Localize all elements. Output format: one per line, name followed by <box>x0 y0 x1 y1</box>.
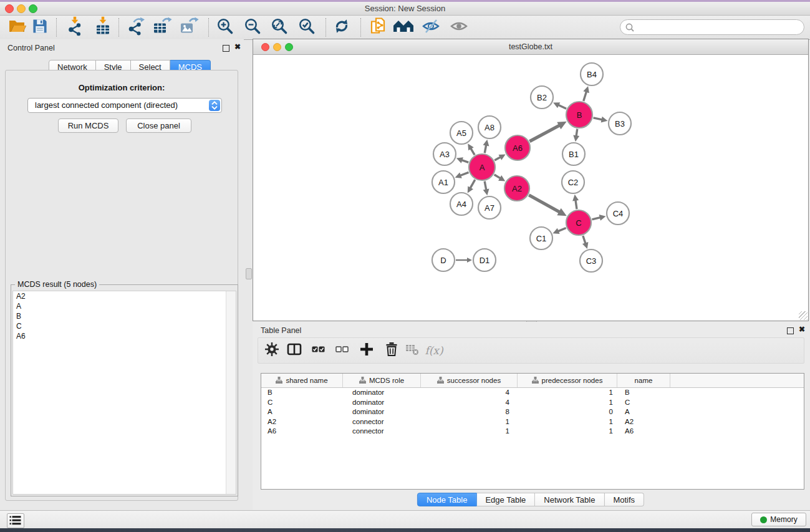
node-B4[interactable]: B4 <box>581 63 603 85</box>
edge-A-A1[interactable] <box>455 172 469 178</box>
export-image-icon[interactable] <box>179 17 199 39</box>
tab-node-table[interactable]: Node Table <box>417 493 477 506</box>
edge-C-C2[interactable] <box>572 195 579 209</box>
node-B[interactable]: B <box>566 102 592 128</box>
node-A[interactable]: A <box>469 154 495 180</box>
node-C2[interactable]: C2 <box>562 171 584 193</box>
run-mcds-button[interactable]: Run MCDS <box>58 118 118 133</box>
close-panel-icon[interactable]: ✖ <box>234 42 241 51</box>
node-A8[interactable]: A8 <box>478 116 501 138</box>
zoom-in-icon[interactable] <box>216 17 234 37</box>
float-panel-icon[interactable] <box>223 45 229 52</box>
edge-A2-C[interactable] <box>529 195 567 216</box>
task-history-button[interactable] <box>7 513 24 528</box>
edge-A-A6[interactable] <box>494 155 505 161</box>
apply-layout-icon[interactable] <box>333 17 350 37</box>
edge-A-A2[interactable] <box>494 175 506 181</box>
tab-motifs[interactable]: Motifs <box>604 493 644 506</box>
edge-C-C4[interactable] <box>592 215 605 221</box>
edge-C-C3[interactable] <box>582 236 589 249</box>
table-body: Bdominator41BCdominator41CAdominator80AA… <box>261 388 804 437</box>
mcds-result-list[interactable]: A2ABCA6 <box>12 291 236 495</box>
mcds-result-item[interactable]: A <box>13 301 236 311</box>
zoom-selected-icon[interactable] <box>298 17 316 37</box>
add-row-plus-icon[interactable] <box>360 343 374 359</box>
table-row[interactable]: A2connector11A2 <box>261 417 804 427</box>
edge-A-A8[interactable] <box>483 140 489 153</box>
column-header-successor-nodes[interactable]: successor nodes <box>421 374 518 387</box>
export-table-icon[interactable] <box>152 17 172 39</box>
delete-row-trash-icon[interactable] <box>385 342 398 359</box>
node-D[interactable]: D <box>432 249 455 271</box>
edge-A6-B[interactable] <box>529 122 566 142</box>
table-row[interactable]: Cdominator41C <box>261 398 804 408</box>
column-settings-gear-icon[interactable] <box>265 342 279 359</box>
memory-button[interactable]: Memory <box>751 513 806 526</box>
edge-A-A5[interactable] <box>468 143 475 155</box>
table-row[interactable]: A6connector11A6 <box>261 427 804 437</box>
edge-C-C1[interactable] <box>552 228 566 234</box>
column-header-predecessor-nodes[interactable]: predecessor nodes <box>518 374 617 387</box>
deselect-all-icon[interactable] <box>335 345 349 356</box>
zoom-out-icon[interactable] <box>244 17 261 37</box>
optimization-criterion-select[interactable]: largest connected component (directed) <box>27 98 222 113</box>
import-network-icon[interactable] <box>65 17 84 39</box>
edge-A-A3[interactable] <box>456 157 468 163</box>
node-B1[interactable]: B1 <box>562 143 585 165</box>
column-header-label: shared name <box>286 377 327 384</box>
new-network-from-selection-icon[interactable] <box>370 17 387 39</box>
node-B2[interactable]: B2 <box>531 86 553 109</box>
table-row[interactable]: Adominator80A <box>261 407 804 417</box>
node-C1[interactable]: C1 <box>530 227 552 249</box>
node-D1[interactable]: D1 <box>473 249 496 271</box>
vertical-splitter-grip[interactable] <box>246 268 252 279</box>
window-resize-grip[interactable] <box>799 311 808 320</box>
select-all-icon[interactable] <box>312 345 325 356</box>
save-session-icon[interactable] <box>32 19 48 37</box>
zoom-fit-icon[interactable] <box>271 17 288 37</box>
close-panel-button[interactable]: Close panel <box>126 118 191 133</box>
column-header-shared-name[interactable]: shared name <box>261 374 343 387</box>
node-B3[interactable]: B3 <box>609 112 631 135</box>
table-panel-tabs: Node TableEdge TableNetwork TableMotifs <box>417 493 644 506</box>
node-A2[interactable]: A2 <box>504 176 529 201</box>
table-row[interactable]: Bdominator41B <box>261 388 804 398</box>
edge-B-B2[interactable] <box>553 102 566 109</box>
node-A5[interactable]: A5 <box>450 122 473 144</box>
float-table-panel-icon[interactable] <box>787 327 794 334</box>
mcds-result-item[interactable]: A2 <box>13 291 236 301</box>
home-network-views-icon[interactable] <box>393 19 414 36</box>
search-box[interactable] <box>620 19 804 35</box>
node-C4[interactable]: C4 <box>607 202 629 225</box>
node-A1[interactable]: A1 <box>432 171 455 193</box>
hide-selected-eye-slash-icon[interactable] <box>422 18 440 37</box>
open-file-icon[interactable] <box>8 19 27 36</box>
close-table-panel-icon[interactable]: ✖ <box>799 325 805 334</box>
column-header-name[interactable]: name <box>617 374 670 387</box>
import-table-icon[interactable] <box>94 17 112 39</box>
node-A4[interactable]: A4 <box>450 193 473 215</box>
edge-D-D1[interactable] <box>456 258 472 263</box>
mcds-result-item[interactable]: C <box>13 321 236 331</box>
export-network-icon[interactable] <box>127 17 146 39</box>
tab-edge-table[interactable]: Edge Table <box>476 493 535 506</box>
mcds-result-item[interactable]: A6 <box>13 331 236 341</box>
node-A6[interactable]: A6 <box>505 135 530 160</box>
network-canvas[interactable]: ABCA2A6A1A3A4A5A7A8B1B2B3B4C1C2C3C4DD1 <box>253 55 808 321</box>
edge-A-A7[interactable] <box>483 181 489 196</box>
node-C3[interactable]: C3 <box>580 249 602 272</box>
mcds-result-item[interactable]: B <box>13 311 236 321</box>
tab-network-table[interactable]: Network Table <box>535 493 604 506</box>
show-all-eye-icon[interactable] <box>450 20 468 35</box>
edge-B-B1[interactable] <box>573 129 579 142</box>
edge-B-B3[interactable] <box>593 117 607 123</box>
node-A3[interactable]: A3 <box>433 143 456 165</box>
node-A7[interactable]: A7 <box>478 196 501 219</box>
edge-A-A4[interactable] <box>468 180 475 193</box>
scrollbar-track[interactable] <box>226 291 236 494</box>
edge-B-B4[interactable] <box>583 86 589 101</box>
column-header-MCDS-role[interactable]: MCDS role <box>343 374 421 387</box>
show-hide-columns-icon[interactable] <box>287 342 302 359</box>
search-input[interactable] <box>637 21 801 34</box>
node-C[interactable]: C <box>566 210 591 235</box>
